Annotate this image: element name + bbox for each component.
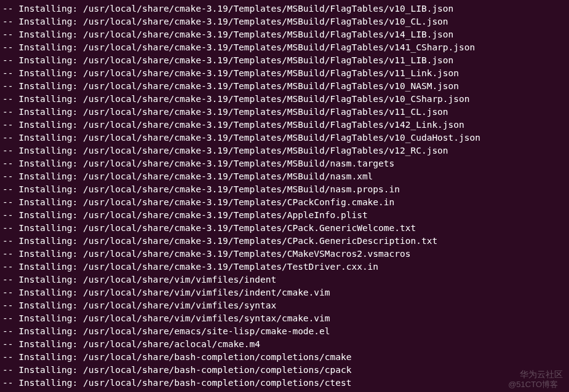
terminal-line: -- Installing: /usr/local/share/cmake-3.… (2, 183, 569, 196)
terminal-line: -- Installing: /usr/local/share/cmake-3.… (2, 54, 569, 67)
terminal-line: -- Installing: /usr/local/share/cmake-3.… (2, 131, 569, 144)
terminal-line: -- Installing: /usr/local/share/cmake-3.… (2, 93, 569, 106)
terminal-line: -- Installing: /usr/local/share/vim/vimf… (2, 312, 569, 325)
terminal-line: -- Installing: /usr/local/share/cmake-3.… (2, 106, 569, 119)
terminal-line: -- Installing: /usr/local/share/cmake-3.… (2, 144, 569, 157)
terminal-line: -- Installing: /usr/local/share/emacs/si… (2, 325, 569, 338)
terminal-line: -- Installing: /usr/local/share/cmake-3.… (2, 157, 569, 170)
terminal-line: -- Installing: /usr/local/share/cmake-3.… (2, 41, 569, 54)
terminal-line: -- Installing: /usr/local/share/cmake-3.… (2, 15, 569, 28)
terminal-line: -- Installing: /usr/local/share/cmake-3.… (2, 222, 569, 235)
terminal-line: -- Installing: /usr/local/share/cmake-3.… (2, 196, 569, 209)
terminal-line: -- Installing: /usr/local/share/aclocal/… (2, 338, 569, 351)
terminal-line: -- Installing: /usr/local/share/cmake-3.… (2, 28, 569, 41)
terminal-line: -- Installing: /usr/local/share/cmake-3.… (2, 261, 569, 273)
terminal-line: -- Installing: /usr/local/share/cmake-3.… (2, 170, 569, 183)
terminal-line: -- Installing: /usr/local/share/vim/vimf… (2, 273, 569, 286)
terminal-output: -- Installing: /usr/local/share/cmake-3.… (0, 2, 569, 390)
terminal-line: -- Installing: /usr/local/share/bash-com… (2, 351, 569, 364)
terminal-line: -- Installing: /usr/local/share/cmake-3.… (2, 2, 569, 15)
terminal-line: -- Installing: /usr/local/share/cmake-3.… (2, 80, 569, 93)
terminal-line: -- Installing: /usr/local/share/vim/vimf… (2, 299, 569, 312)
terminal-line: -- Installing: /usr/local/share/cmake-3.… (2, 235, 569, 248)
terminal-line: -- Installing: /usr/local/share/cmake-3.… (2, 248, 569, 261)
terminal-line: -- Installing: /usr/local/share/bash-com… (2, 377, 569, 390)
terminal-line: -- Installing: /usr/local/share/cmake-3.… (2, 209, 569, 222)
terminal-line: -- Installing: /usr/local/share/vim/vimf… (2, 286, 569, 299)
terminal-line: -- Installing: /usr/local/share/bash-com… (2, 364, 569, 377)
terminal-line: -- Installing: /usr/local/share/cmake-3.… (2, 119, 569, 131)
terminal-line: -- Installing: /usr/local/share/cmake-3.… (2, 67, 569, 80)
